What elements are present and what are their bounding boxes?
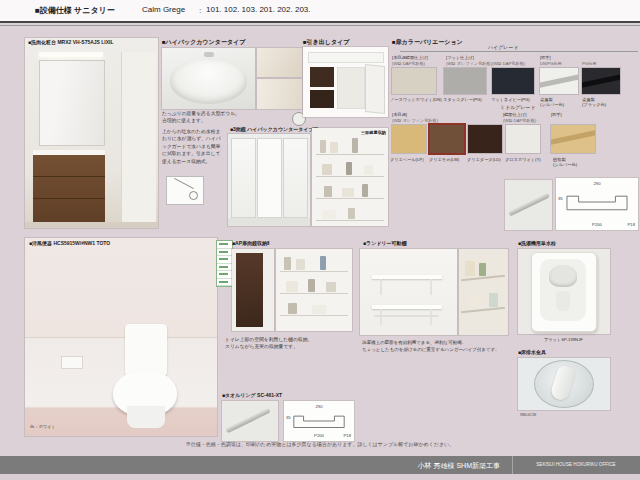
closeup-photo-2 <box>257 79 302 109</box>
floor-drain-photo <box>518 358 610 410</box>
ap-cabinet-closed-photo <box>232 249 274 331</box>
swatch-matte-navy <box>492 68 534 94</box>
shelf-item <box>284 257 291 270</box>
towel-ring-diagram: 290 35 P200 P18 <box>284 401 354 441</box>
toilet-label: ■洋風便器 HCS5915W/#NW1 TOTO <box>29 241 110 247</box>
diagram-dim-left: 35 <box>286 415 291 420</box>
ap-caption-2: スリムながら充実の収納量です。 <box>225 343 298 350</box>
shelf-item <box>322 210 336 219</box>
header-rule-thin <box>0 25 640 26</box>
shelf-item <box>324 186 332 197</box>
shelf-bracket <box>430 309 432 325</box>
spec-sheet-page: ■設備仕様 サニタリー Calm Grege ： 101. 102. 103. … <box>0 0 640 480</box>
grade-divider-line <box>400 51 638 52</box>
swatch-name: グロスホワイト(Y) <box>505 157 541 162</box>
shelf-item <box>489 293 498 307</box>
toilet-feature-icons <box>216 240 233 287</box>
diagram-dim-bottom2: P18 <box>344 433 351 438</box>
hg-group3-heading: [把手] <box>540 55 551 60</box>
three-mirror-label: ■3面鏡 ハイバックカウンタータイプ用 <box>230 127 319 133</box>
shelf-item <box>308 279 315 292</box>
shelf-bracket <box>380 279 382 295</box>
shelf-item <box>312 305 326 314</box>
customer-project-name: 小林 秀雄様 SHM新築工事 <box>418 461 500 471</box>
handle-silver-photo <box>540 68 578 94</box>
diagram-dim-top: 290 <box>556 181 638 186</box>
open-drawer-2 <box>310 90 334 108</box>
bowl-shape <box>170 60 247 104</box>
mirror-light-bar <box>39 52 103 57</box>
wainscot-rail <box>25 337 217 338</box>
closeup-photo-1 <box>257 48 302 77</box>
mirror-door-right <box>283 138 308 218</box>
mg-group1-sub: (W型 オレフィン化粧板) <box>392 118 438 123</box>
swatch-crea-pale <box>392 125 426 153</box>
drawer-type-label: ■引き出しタイプ <box>303 39 349 46</box>
counter-top <box>308 52 384 63</box>
hg-group2-sub2: (W型 DAP化粧板) <box>492 61 525 66</box>
drawer-vanity-photo <box>303 47 388 117</box>
towel-bar-diagram: 290 35 P200 P18 <box>556 178 638 230</box>
toilet-color-note: 色：ホワイト <box>30 424 56 429</box>
towel-ring-photo <box>222 401 278 441</box>
shelf-item <box>288 303 297 314</box>
floor-drain-model: 9B04CM <box>520 412 536 417</box>
hg-group2-sub1: (W型 オレフィン化粧板) <box>446 61 492 66</box>
side-wall <box>121 52 156 222</box>
shelf-item <box>320 140 326 153</box>
shelf-item <box>346 162 352 175</box>
cabinet-base <box>228 218 310 226</box>
handle-resin-photo <box>551 125 595 153</box>
shelf-item <box>296 259 305 270</box>
header-rule-thick <box>0 21 640 23</box>
diagram-dim-bottom1: P200 <box>556 222 638 227</box>
footer-bar: 小林 秀雄様 SHM新築工事 SEKISUI HOUSE HOKURIKU OF… <box>0 456 640 474</box>
hg-group3-sub2: PG色用 <box>582 61 596 66</box>
hg-group3-sub1: DN/PG色用 <box>540 61 562 66</box>
bowl-caption-2: 合理的に使えます。 <box>162 117 206 124</box>
mirror-panel <box>39 60 105 146</box>
plan-separator: ： <box>196 5 204 16</box>
plan-name: Calm Grege <box>142 5 185 14</box>
mirror-door-left <box>231 138 256 218</box>
shelf-item <box>320 256 326 270</box>
vanity-photo: ■洗面化粧台 MRX2 VH-S75AJS LIXIL <box>25 38 158 228</box>
hg-group1-sub: (W型 DAP化粧板) <box>392 61 425 66</box>
office-name: SEKISUI HOUSE HOKURIKU OFFICE <box>516 462 636 467</box>
swatch-name: スタッコグレー(PG) <box>443 97 482 102</box>
mg-group3-heading: [把手] <box>551 112 562 117</box>
shelf-item <box>326 282 336 292</box>
shelf-item <box>465 261 475 276</box>
swatch-name: クリエモカ(LM) <box>429 157 459 162</box>
handle-black-photo <box>582 68 620 94</box>
mirror-back-storage-label: 三面鏡裏収納 <box>361 130 386 135</box>
laundry-caption-2: ちょっとしたものを掛けるのに重宝するハンガーパイプ付きです。 <box>362 347 500 354</box>
handle-name: 金属製(ブラック色) <box>582 97 606 108</box>
mid-grade-label: ミドルグレード <box>500 104 536 110</box>
open-drawer-1 <box>310 67 334 87</box>
footer-bottom-strip <box>0 474 640 480</box>
pullout-faucet-illustration <box>166 176 204 205</box>
hanger-pipe <box>374 315 438 317</box>
toilet-base <box>127 406 165 428</box>
shelf-item <box>364 165 373 175</box>
mg-group2-sub: (W型 DAP化粧板) <box>503 118 536 123</box>
mg-group2-heading: [鏡面仕上げ] <box>503 112 526 117</box>
ap-storage-label: ■AP扉面鏡収納Ⅱ <box>232 241 269 247</box>
swatch-crea-mocha-selected <box>430 125 464 153</box>
mirror-back-storage-photo: 三面鏡裏収納 <box>312 128 388 226</box>
shelf-line <box>316 154 384 155</box>
diagram-dim-left: 35 <box>558 196 563 201</box>
cabinet-door <box>236 253 263 327</box>
header-bar: ■設備仕様 サニタリー Calm Grege ： 101. 102. 103. … <box>0 0 640 21</box>
color-variation-title: ■扉カラーバリエーション <box>392 39 463 46</box>
washer-faucet-photo <box>518 249 610 334</box>
shelf-item <box>469 295 481 307</box>
floor-drain-label: ■床排水金具 <box>518 350 546 356</box>
open-door <box>365 64 385 114</box>
diagram-dim-bottom2: P18 <box>628 222 635 227</box>
faucet-spout <box>556 291 570 311</box>
shelf-item <box>348 208 355 219</box>
shelf-bracket <box>430 279 432 295</box>
laundry-caption-1: 洗濯機上の壁面を有効利用できる、便利な可動棚。 <box>362 340 466 347</box>
